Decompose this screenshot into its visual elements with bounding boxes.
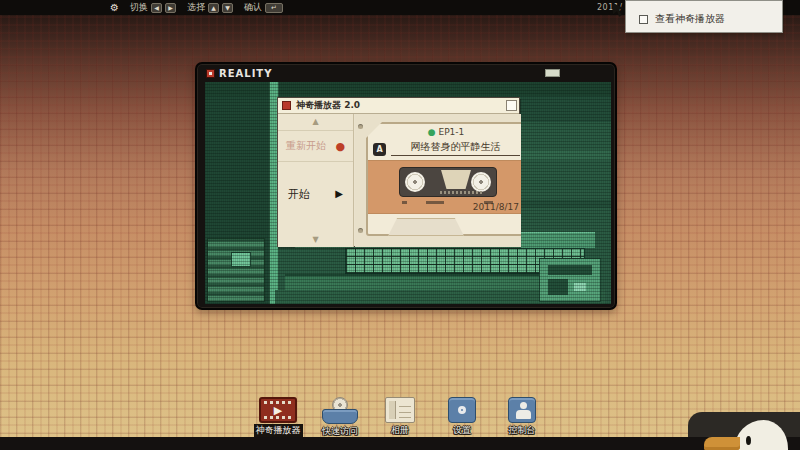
right-reel-icon [471, 172, 491, 192]
screen-art-drive-slot [548, 279, 568, 295]
cassette-display-area: ● EP1-1 A 网络替身的平静生活 [355, 114, 521, 247]
down-arrow-key-icon: ▼ [222, 3, 233, 13]
album-icon [385, 397, 415, 423]
monitor-logo-icon [206, 69, 215, 78]
window-close-button[interactable] [506, 100, 517, 111]
tape-label-row: A 网络替身的平静生活 [373, 140, 520, 156]
screen-art-drive-panel [539, 258, 601, 302]
basket-icon [322, 409, 358, 424]
tape-date: 2011/8/17 [473, 202, 519, 212]
screen-art-top-band [205, 82, 611, 96]
start-button[interactable]: 开始 ▶ [278, 176, 353, 212]
tape-ticks [440, 191, 484, 194]
duck-head [734, 420, 788, 450]
band-mark [426, 201, 444, 204]
screen-art-drive-slot [548, 265, 592, 275]
screen-art-tower [207, 238, 265, 302]
monitor-brand: REALITY [206, 68, 272, 79]
checkbox-icon[interactable] [639, 15, 648, 24]
menu-item-label: 查看神奇播放器 [655, 12, 725, 26]
duck-character [704, 420, 796, 450]
scroll-down-icon[interactable]: ▼ [278, 234, 353, 246]
desktop-icon-label: 控制台 [509, 424, 536, 437]
menu-item-view-player[interactable]: 查看神奇播放器 [639, 12, 725, 26]
cassette-mechanism [399, 167, 497, 197]
band-mark [402, 201, 407, 204]
restart-button[interactable]: 重新开始 ● [278, 130, 353, 162]
desktop-icon-settings[interactable]: 设置 [430, 397, 494, 437]
screw-icon [358, 124, 363, 129]
window-app-icon [282, 101, 291, 110]
episode-row: ● EP1-1 [368, 127, 521, 137]
right-arrow-key-icon: ▶ [165, 3, 176, 13]
tape-window [439, 170, 473, 189]
context-menu: 查看神奇播放器 [625, 0, 783, 33]
side-a-icon: A [373, 143, 386, 156]
magic-player-icon: ▶ [259, 397, 297, 423]
gear-icon[interactable]: ⚙ [110, 0, 119, 15]
desktop-icon-label: 设置 [453, 424, 471, 437]
hint-select-label: 选择 [187, 0, 205, 15]
left-reel-icon [405, 172, 425, 192]
episode-label: EP1-1 [438, 127, 464, 137]
hint-switch: 切换 ◀ ▶ [130, 0, 176, 15]
duck-eye [746, 436, 751, 445]
monitor-bezel-label [545, 69, 560, 77]
hint-switch-label: 切换 [130, 0, 148, 15]
game-screen: ⚙ 切换 ◀ ▶ 选择 ▲ ▼ 确认 ↵ 2011/ REALITY [0, 0, 800, 450]
screen-art-drive-led [574, 283, 586, 291]
enter-key-icon: ↵ [265, 3, 283, 13]
desktop-icon-quick-access[interactable]: 快速访问 [308, 397, 372, 438]
quick-access-icon [322, 397, 358, 424]
cassette: ● EP1-1 A 网络替身的平静生活 [366, 122, 521, 236]
desktop-icon-console[interactable]: 控制台 [490, 397, 554, 437]
hint-confirm: 确认 ↵ [244, 0, 283, 15]
status-dot-icon: ● [428, 127, 436, 137]
screen-art-tower-box [231, 252, 251, 267]
window-title: 神奇播放器 2.0 [296, 99, 360, 112]
desktop-icon-magic-player[interactable]: ▶ 神奇播放器 [246, 397, 310, 438]
window-titlebar[interactable]: 神奇播放器 2.0 [278, 98, 519, 114]
restart-label: 重新开始 [286, 139, 326, 153]
bottom-letterbox-bar [0, 437, 800, 450]
settings-gear-icon [448, 397, 476, 423]
hint-confirm-label: 确认 [244, 0, 262, 15]
desktop-icon-album[interactable]: 相册 [368, 397, 432, 437]
hint-select: 选择 ▲ ▼ [187, 0, 233, 15]
scroll-up-icon[interactable]: ▲ [278, 116, 353, 128]
monitor-brand-name: REALITY [219, 68, 272, 79]
record-icon: ● [335, 141, 345, 152]
console-person-icon [508, 397, 536, 423]
left-arrow-key-icon: ◀ [151, 3, 162, 13]
magic-player-window: 神奇播放器 2.0 ▲ 重新开始 ● 开始 ▶ ▼ ● EP1-1 [277, 97, 520, 247]
up-arrow-key-icon: ▲ [208, 3, 219, 13]
desktop-icon-label: 神奇播放器 [254, 424, 303, 438]
play-icon: ▶ [335, 189, 343, 199]
cassette-band: 2011/8/17 [368, 160, 521, 214]
player-controls-panel: ▲ 重新开始 ● 开始 ▶ ▼ [278, 114, 354, 247]
duck-beak [704, 437, 740, 450]
screw-icon [358, 228, 363, 233]
cassette-foot [388, 218, 464, 236]
desktop-icon-label: 相册 [391, 424, 409, 437]
start-label: 开始 [288, 187, 310, 202]
tape-title: 网络替身的平静生活 [391, 140, 520, 156]
